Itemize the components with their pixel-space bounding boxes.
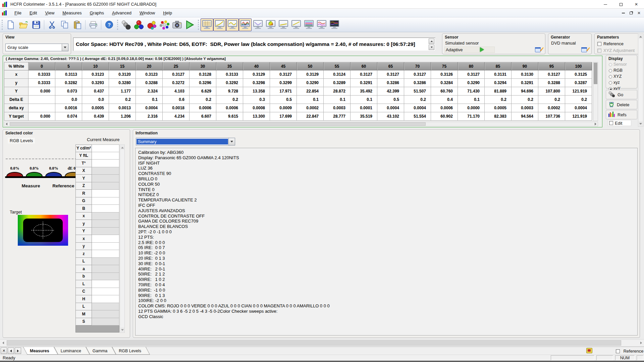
- grid-cell[interactable]: 0.0006: [431, 104, 458, 112]
- grid-cell[interactable]: 0.3290: [297, 79, 324, 87]
- measure-value-cell[interactable]: [92, 250, 119, 258]
- grid-cell[interactable]: 0.3292: [216, 79, 243, 87]
- view-mode-dropdown[interactable]: Gray scale: [5, 44, 68, 51]
- print-icon[interactable]: [87, 18, 100, 31]
- grid-cell[interactable]: 51.507: [404, 87, 431, 96]
- grid-cell[interactable]: 0.2: [512, 96, 538, 104]
- grid-cell[interactable]: 0.3133: [216, 70, 243, 79]
- grid-vscroll-thumb[interactable]: [594, 63, 597, 84]
- new-file-icon[interactable]: [4, 18, 17, 31]
- grid-row-label[interactable]: delta xy: [4, 104, 29, 112]
- grid-col-header[interactable]: 75: [431, 62, 458, 70]
- mdi-minimize-icon[interactable]: [622, 13, 625, 13]
- measure-value-cell[interactable]: [92, 220, 119, 228]
- grid-cell[interactable]: 0.0000: [458, 104, 485, 112]
- minimize-button[interactable]: [598, 0, 613, 9]
- mdi-restore-icon[interactable]: [630, 12, 633, 14]
- grid-cell[interactable]: 2.324: [136, 87, 163, 96]
- paste-icon[interactable]: [71, 18, 84, 31]
- grid-cell[interactable]: 0.3113: [55, 70, 82, 79]
- measure-value-cell[interactable]: [92, 167, 119, 175]
- grid-cell[interactable]: 0.3130: [512, 70, 538, 79]
- grid-cell[interactable]: 13.300: [243, 112, 270, 121]
- grid-cell[interactable]: 0.1: [324, 96, 351, 104]
- grid-cell[interactable]: 0.000: [29, 112, 55, 121]
- grid-cell[interactable]: 0.0004: [404, 104, 431, 112]
- reference-checkbox[interactable]: [616, 349, 620, 353]
- menu-window[interactable]: Window: [136, 9, 159, 17]
- grid-cell[interactable]: 0.0003: [324, 104, 351, 112]
- luminance-graph-icon[interactable]: [213, 18, 226, 31]
- go-button[interactable]: Go: [606, 90, 637, 99]
- grid-cell[interactable]: 94.564: [512, 112, 538, 121]
- measure-value-cell[interactable]: [92, 295, 119, 303]
- grid-cell[interactable]: 0.0008: [243, 104, 270, 112]
- scroll-left-icon[interactable]: [1, 341, 5, 345]
- grid-cell[interactable]: 94.696: [512, 87, 538, 96]
- grid-cell[interactable]: 2.316: [136, 112, 163, 121]
- measure-value-cell[interactable]: [92, 182, 119, 190]
- grid-col-header[interactable]: 5: [55, 62, 82, 70]
- grid-horizontal-scrollbar[interactable]: [4, 122, 598, 126]
- reference-toggle-row[interactable]: Reference: [616, 348, 643, 354]
- grid-cell[interactable]: 0.074: [55, 112, 82, 121]
- grid-cell[interactable]: 0.1: [458, 96, 485, 104]
- display-radio-rgb[interactable]: RGB: [606, 67, 637, 73]
- grid-cell[interactable]: 0.3127: [270, 70, 297, 79]
- copy-icon[interactable]: [58, 18, 71, 31]
- secondaries-balls-icon[interactable]: [145, 18, 158, 31]
- grid-row-label[interactable]: x: [4, 70, 29, 79]
- view-mode-dropdown-arrow-icon[interactable]: [62, 44, 68, 51]
- grid-cell[interactable]: 0.5: [377, 96, 404, 104]
- grid-cell[interactable]: 1.177: [109, 87, 136, 96]
- display-radio-xyz[interactable]: xyz: [606, 79, 637, 85]
- information-dropdown-arrow-icon[interactable]: [228, 138, 235, 145]
- grid-col-header[interactable]: 40: [243, 62, 270, 70]
- tab-gamma[interactable]: Gamma: [88, 347, 114, 355]
- refs-button[interactable]: Refs: [606, 110, 637, 119]
- open-folder-icon[interactable]: [17, 18, 30, 31]
- menu-help[interactable]: Help: [159, 9, 176, 17]
- measure-value-cell[interactable]: [92, 318, 119, 326]
- grid-cell[interactable]: 0.3291: [351, 79, 377, 87]
- measure-value-cell[interactable]: [92, 243, 119, 250]
- grid-col-header[interactable]: 30: [190, 62, 216, 70]
- param-reference-checkbox[interactable]: [597, 42, 601, 46]
- grid-col-header[interactable]: 10: [82, 62, 109, 70]
- grid-cell[interactable]: 0.0001: [351, 104, 377, 112]
- grid-cell[interactable]: 0.0016: [55, 104, 82, 112]
- measure-value-cell[interactable]: [92, 288, 119, 296]
- generator-config-icon[interactable]: [581, 47, 589, 53]
- grid-cell[interactable]: 0.3290: [458, 79, 485, 87]
- grid-col-header[interactable]: 45: [270, 62, 297, 70]
- grid-cell[interactable]: 71.430: [458, 87, 485, 96]
- grid-cell[interactable]: 82.383: [485, 112, 512, 121]
- grid-cell[interactable]: 0.3293: [82, 79, 109, 87]
- help-icon[interactable]: ?: [103, 18, 115, 31]
- grid-col-header[interactable]: 60: [351, 62, 377, 70]
- measure-value-cell[interactable]: [92, 310, 119, 318]
- grid-cell[interactable]: 0.3286: [377, 79, 404, 87]
- grid-cell[interactable]: 0.3298: [243, 79, 270, 87]
- near-white-graph-icon[interactable]: [290, 18, 303, 31]
- grid-col-header[interactable]: % White: [4, 62, 29, 70]
- grid-col-header[interactable]: 85: [485, 62, 512, 70]
- measure-value-cell[interactable]: [92, 160, 119, 167]
- sensor-run-icon[interactable]: [480, 47, 484, 52]
- measure-value-cell[interactable]: [92, 228, 119, 235]
- grid-cell[interactable]: 0.3284: [431, 79, 458, 87]
- primaries-balls-icon[interactable]: [132, 18, 145, 31]
- measure-value-cell[interactable]: [92, 280, 119, 288]
- grid-cell[interactable]: 0.2: [190, 96, 216, 104]
- grid-cell[interactable]: 0.3272: [163, 79, 190, 87]
- grid-col-header[interactable]: 70: [404, 62, 431, 70]
- grid-col-header[interactable]: 50: [297, 62, 324, 70]
- grid-cell[interactable]: 0.0005: [82, 104, 109, 112]
- scroll-up-icon[interactable]: [120, 145, 124, 150]
- grid-cell[interactable]: 51.554: [404, 112, 431, 121]
- measure-value-cell[interactable]: [92, 213, 119, 220]
- grid-cell[interactable]: 6.607: [190, 112, 216, 121]
- grid-cell[interactable]: 0.3128: [190, 70, 216, 79]
- grid-cell[interactable]: 0.073: [55, 87, 82, 96]
- grid-row-label[interactable]: Delta E: [4, 96, 29, 104]
